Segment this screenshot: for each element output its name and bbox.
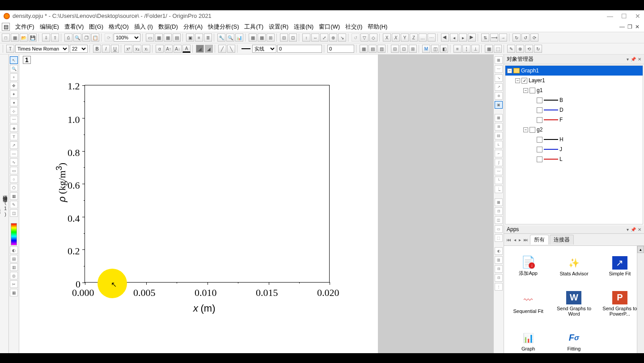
mdi-close-button[interactable]: ✕ (635, 24, 640, 30)
line-color2-button[interactable]: ╲ (227, 45, 235, 53)
rtool-12[interactable]: ∫ (495, 159, 503, 166)
supsub-button[interactable]: xᵢ (142, 45, 150, 53)
om-pin-icon[interactable]: 📌 (631, 57, 636, 62)
rtool-11[interactable]: ⌐ (495, 150, 503, 157)
plot-frame[interactable] (85, 85, 330, 283)
rtool-6[interactable]: ▣ (495, 101, 503, 109)
rtool-3[interactable]: ↘ (495, 74, 503, 82)
text-tool[interactable]: T (10, 133, 18, 140)
app-simple-fit[interactable]: ↗ Simple Fit (597, 248, 642, 284)
plot-checkbox[interactable] (537, 107, 542, 113)
bold-button[interactable]: B (93, 45, 101, 53)
apps-nav-next[interactable]: ▸ (518, 237, 522, 242)
menu-insert[interactable]: 插入 (I) (131, 22, 156, 32)
tb1-btn-33[interactable]: ⯈ (468, 34, 476, 42)
rtool-24[interactable]: ⊡ (495, 274, 503, 282)
print-preview-button[interactable]: 🔍 (73, 34, 81, 42)
rtool-4[interactable]: ↗ (495, 83, 503, 91)
tree-toggle-icon[interactable]: − (507, 68, 512, 73)
rtool-19[interactable]: ▭ (495, 225, 503, 233)
paste-button[interactable]: 📋 (91, 34, 99, 42)
tb2-btn-18[interactable]: ↻ (534, 45, 542, 53)
rtool-16[interactable]: ▦ (495, 198, 503, 206)
new-project-button[interactable]: □ (2, 34, 10, 42)
subscript-button[interactable]: x₂ (133, 45, 141, 53)
font-size-select[interactable]: 22 (70, 45, 88, 53)
rtool-7[interactable]: ▦ (495, 114, 503, 122)
app-add[interactable]: 📄↓ 添加App (506, 248, 551, 284)
menu-format[interactable]: 格式(O) (106, 22, 131, 32)
rtool-8[interactable]: ⊞ (495, 123, 503, 131)
recalc-button[interactable]: ⟳ (105, 34, 113, 42)
polygon-tool[interactable]: ⬠ (10, 184, 18, 191)
superscript-button[interactable]: x² (124, 45, 132, 53)
tb1-btn-11[interactable]: ▦ (249, 34, 257, 42)
tb1-btn-16[interactable]: ↕ (302, 34, 310, 42)
tb1-btn-19[interactable]: ⊕ (329, 34, 337, 42)
rtool-15[interactable]: ⎿ (495, 186, 503, 193)
screen-reader-tool[interactable]: ✥ (10, 82, 18, 89)
tb1-btn-12[interactable]: ▦ (258, 34, 266, 42)
menu-tools[interactable]: 工具(T) (242, 22, 266, 32)
tb1-btn-26[interactable]: Y (401, 34, 409, 42)
plot-checkbox[interactable] (537, 156, 542, 162)
tb1-btn-4[interactable]: ▤ (173, 34, 181, 42)
menu-edit[interactable]: 编辑(E) (37, 22, 62, 32)
apps-tab-connectors[interactable]: 连接器 (550, 235, 574, 245)
tb1-btn-9[interactable]: 🔍 (226, 34, 234, 42)
plot-checkbox[interactable] (537, 137, 542, 143)
tb2-btn-3[interactable]: ▥ (377, 45, 386, 53)
apps-tab-all[interactable]: 所有 (530, 235, 549, 245)
tb1-btn-34[interactable]: ⇅ (481, 34, 489, 42)
data-selector-tool[interactable]: ✦ (10, 90, 18, 98)
menu-settings[interactable]: 设置(R) (266, 22, 291, 32)
color-tool-5[interactable]: ✂ (10, 280, 18, 288)
apps-nav-last[interactable]: ⏭ (523, 237, 529, 242)
rtool-13[interactable]: 〰 (495, 168, 503, 175)
tb1-btn-8[interactable]: 🔧 (217, 34, 225, 42)
import-button[interactable]: ⇩ (42, 34, 50, 42)
tree-toggle-icon[interactable]: − (515, 78, 520, 83)
tree-plot-F[interactable]: F (505, 115, 643, 125)
tree-group-g2[interactable]: − g2 (505, 125, 643, 135)
export-button[interactable]: ⇧ (51, 34, 59, 42)
tb1-btn-6[interactable]: ≡ (195, 34, 203, 42)
tb1-btn-29[interactable]: ⋯ (428, 34, 436, 42)
tb1-btn-25[interactable]: X (392, 34, 400, 42)
tb2-btn-13[interactable]: ▦ (485, 45, 493, 53)
tree-plot-J[interactable]: J (505, 144, 643, 154)
tb2-btn-6[interactable]: ⊞ (409, 45, 417, 53)
tb1-btn-27[interactable]: Z (410, 34, 418, 42)
plot-checkbox[interactable] (537, 117, 542, 123)
zoom-select[interactable]: 100% (114, 34, 140, 42)
menu-social[interactable]: 社交(I) (343, 22, 365, 32)
tb1-btn-15[interactable]: ⊡ (289, 34, 297, 42)
rtool-22[interactable]: ▥ (495, 256, 503, 264)
tb1-btn-32[interactable]: ▸ (459, 34, 467, 42)
rtool-18[interactable]: ◫ (495, 216, 503, 224)
y-axis-label[interactable]: ρ (kg/m3) (54, 163, 68, 202)
curve-tool[interactable]: ∿ (10, 158, 18, 166)
tb2-btn-7[interactable]: M (422, 45, 430, 53)
rtool-21[interactable]: ◐ (495, 247, 503, 255)
group-checkbox[interactable] (530, 88, 535, 93)
object-tree[interactable]: − Graph1 − ✓ Layer1 − g1 B (505, 65, 643, 224)
tb1-btn-21[interactable]: ↺ (352, 34, 360, 42)
underline-button[interactable]: U (111, 45, 119, 53)
font-select[interactable]: Times New Roman (15, 45, 69, 53)
tree-layer[interactable]: − ✓ Layer1 (505, 76, 643, 85)
app-stats-advisor[interactable]: ✨ Stats Advisor (551, 248, 596, 284)
tb1-btn-30[interactable]: ⯇ (441, 34, 449, 42)
tb2-btn-1[interactable]: ▦ (360, 45, 368, 53)
tb2-btn-14[interactable]: ⬚ (494, 45, 502, 53)
open-button[interactable]: 📂 (20, 34, 28, 42)
circle-tool[interactable]: ○ (10, 175, 18, 183)
tb2-btn-2[interactable]: ▤ (369, 45, 377, 53)
line-style-select[interactable]: 实线 (252, 45, 276, 53)
maximize-button[interactable]: ☐ (621, 13, 627, 20)
reader-tool[interactable]: + (10, 73, 18, 81)
tree-plot-H[interactable]: H (505, 135, 643, 144)
color-palette-icon[interactable] (11, 223, 17, 245)
minimize-button[interactable]: — (607, 13, 613, 20)
layer-badge[interactable]: 1 (23, 56, 31, 64)
